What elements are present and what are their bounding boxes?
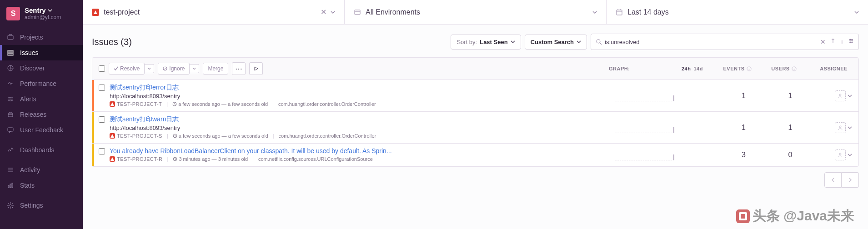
pager-next[interactable] bbox=[842, 172, 859, 188]
project-clear[interactable]: ✕ bbox=[321, 8, 335, 16]
sidebar-item-settings[interactable]: Settings bbox=[0, 198, 83, 213]
sidebar: S Sentry admin@yf.com Projects Issues Di… bbox=[0, 0, 83, 229]
info-icon bbox=[747, 66, 752, 71]
assignee-avatar bbox=[835, 122, 846, 133]
svg-point-13 bbox=[597, 40, 600, 43]
issue-title[interactable]: 测试sentry打印warn日志 bbox=[110, 115, 611, 124]
panel-header: Resolve Ignore Merge ⋯ GRAPH: 24h 14d EV… bbox=[92, 58, 858, 80]
svg-rect-12 bbox=[617, 10, 622, 15]
more-button[interactable]: ⋯ bbox=[232, 62, 246, 75]
col-graph-label: GRAPH: bbox=[609, 66, 682, 71]
search-bar[interactable]: ✕ + bbox=[591, 34, 859, 50]
activity-icon bbox=[6, 166, 15, 174]
user-icon bbox=[838, 125, 843, 130]
resolve-dropdown[interactable] bbox=[145, 64, 154, 73]
search-icon bbox=[596, 39, 602, 45]
sidebar-item-releases[interactable]: Releases bbox=[0, 107, 83, 122]
col-users-label: USERS bbox=[771, 66, 789, 71]
svg-point-23 bbox=[839, 126, 841, 128]
stats-icon bbox=[6, 181, 15, 189]
project-badge-icon bbox=[92, 9, 99, 16]
environment-selector[interactable]: All Environments bbox=[345, 0, 607, 24]
sidebar-item-dashboards[interactable]: Dashboards bbox=[0, 142, 83, 158]
environment-value: All Environments bbox=[366, 8, 420, 16]
sidebar-item-alerts[interactable]: Alerts bbox=[0, 91, 83, 107]
issue-events: 1 bbox=[720, 112, 768, 143]
dashboards-icon bbox=[6, 146, 15, 154]
org-logo: S bbox=[6, 7, 20, 20]
issue-row[interactable]: 测试sentry打印warn日志 http://localhost:8093/s… bbox=[92, 112, 858, 144]
issue-row[interactable]: 测试sentry打印error日志 http://localhost:8093/… bbox=[92, 80, 858, 112]
chevron-right-icon bbox=[848, 178, 853, 182]
period-14d[interactable]: 14d bbox=[693, 66, 702, 71]
issue-time: a few seconds ago — a few seconds old bbox=[173, 133, 268, 139]
project-selector[interactable]: test-project ✕ bbox=[83, 0, 345, 24]
merge-button[interactable]: Merge bbox=[203, 63, 228, 75]
pager-prev[interactable] bbox=[824, 172, 842, 188]
svg-point-10 bbox=[10, 204, 11, 206]
issue-graph bbox=[615, 80, 688, 111]
issues-icon bbox=[6, 49, 15, 57]
chevron-down-icon bbox=[854, 10, 859, 15]
sidebar-item-label: Settings bbox=[20, 202, 43, 209]
performance-icon bbox=[6, 80, 15, 88]
sidebar-item-projects[interactable]: Projects bbox=[0, 30, 83, 45]
org-switcher[interactable]: S Sentry admin@yf.com bbox=[0, 0, 83, 27]
issues-panel: Resolve Ignore Merge ⋯ GRAPH: 24h 14d EV… bbox=[92, 57, 859, 167]
period-24h[interactable]: 24h bbox=[682, 66, 691, 71]
issue-row[interactable]: You already have RibbonLoadBalancerClien… bbox=[92, 144, 858, 166]
svg-rect-7 bbox=[8, 185, 9, 188]
ignore-icon bbox=[163, 66, 167, 71]
assignee-avatar bbox=[835, 90, 846, 101]
col-events-label: EVENTS bbox=[723, 66, 744, 71]
issue-title[interactable]: You already have RibbonLoadBalancerClien… bbox=[110, 147, 611, 154]
chevron-down-icon bbox=[848, 94, 852, 98]
settings-icon bbox=[6, 201, 15, 209]
resolve-button[interactable]: Resolve bbox=[109, 63, 145, 75]
sidebar-item-activity[interactable]: Activity bbox=[0, 162, 83, 178]
sidebar-item-label: Activity bbox=[20, 166, 40, 174]
add-icon[interactable]: + bbox=[840, 38, 844, 45]
issue-assignee[interactable] bbox=[813, 144, 858, 166]
sidebar-item-performance[interactable]: Performance bbox=[0, 76, 83, 91]
sidebar-item-label: User Feedback bbox=[20, 126, 63, 134]
pin-icon[interactable] bbox=[830, 38, 836, 45]
issue-users: 1 bbox=[768, 112, 813, 143]
issue-assignee[interactable] bbox=[813, 80, 858, 111]
saved-search-selector[interactable]: Custom Search bbox=[525, 35, 587, 50]
ignore-dropdown[interactable] bbox=[190, 64, 199, 73]
sidebar-item-discover[interactable]: Discover bbox=[0, 60, 83, 76]
issue-time: 3 minutes ago — 3 minutes old bbox=[173, 156, 248, 162]
search-input[interactable] bbox=[602, 39, 820, 45]
feedback-icon bbox=[6, 126, 15, 134]
svg-rect-1 bbox=[8, 50, 13, 52]
sort-value: Last Seen bbox=[480, 39, 507, 45]
calendar-icon bbox=[616, 9, 623, 16]
svg-point-15 bbox=[852, 40, 853, 41]
select-all-checkbox[interactable] bbox=[99, 65, 105, 72]
issue-title[interactable]: 测试sentry打印error日志 bbox=[110, 84, 611, 92]
issue-checkbox[interactable] bbox=[99, 148, 105, 154]
info-icon bbox=[792, 66, 797, 71]
issue-checkbox[interactable] bbox=[99, 85, 105, 91]
issue-events: 3 bbox=[720, 144, 768, 166]
svg-rect-0 bbox=[8, 35, 13, 40]
issue-culprit: com.netflix.config.sources.URLConfigurat… bbox=[258, 156, 373, 162]
settings-icon[interactable] bbox=[848, 38, 854, 45]
realtime-button[interactable] bbox=[249, 62, 263, 75]
search-clear-icon[interactable]: ✕ bbox=[820, 38, 826, 45]
issue-checkbox[interactable] bbox=[99, 116, 105, 123]
sort-selector[interactable]: Sort by: Last Seen bbox=[451, 35, 521, 50]
sidebar-item-stats[interactable]: Stats bbox=[0, 178, 83, 193]
issue-graph bbox=[615, 144, 688, 166]
sidebar-item-issues[interactable]: Issues bbox=[0, 45, 83, 60]
col-assignee-label: ASSIGNEE bbox=[807, 66, 852, 71]
sidebar-item-label: Dashboards bbox=[20, 146, 55, 154]
issue-project: TEST-PROJECT-R bbox=[110, 156, 163, 162]
ignore-button[interactable]: Ignore bbox=[158, 63, 190, 75]
sidebar-item-feedback[interactable]: User Feedback bbox=[0, 122, 83, 138]
issue-assignee[interactable] bbox=[813, 112, 858, 143]
sidebar-item-label: Releases bbox=[20, 111, 46, 118]
project-name: test-project bbox=[104, 8, 140, 16]
daterange-selector[interactable]: Last 14 days bbox=[607, 0, 868, 24]
